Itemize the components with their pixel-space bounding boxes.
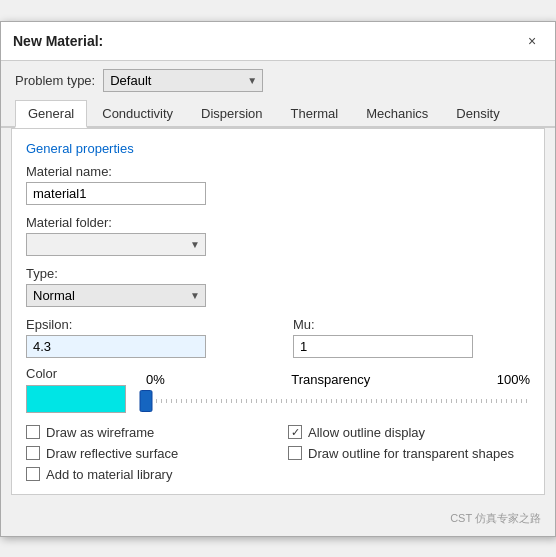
checkbox-reflective[interactable]: Draw reflective surface <box>26 446 268 461</box>
checkbox-transparent-outline-label: Draw outline for transparent shapes <box>308 446 514 461</box>
material-name-group: Material name: <box>26 164 530 205</box>
problem-type-dropdown-wrapper[interactable]: Default Lossy Metal Dielectric ▼ <box>103 69 263 92</box>
material-name-input[interactable] <box>26 182 206 205</box>
checkbox-add-library-label: Add to material library <box>46 467 172 482</box>
checkbox-outline-box[interactable] <box>288 425 302 439</box>
tabs-bar: General Conductivity Dispersion Thermal … <box>1 100 555 128</box>
mu-group: Mu: <box>293 317 530 358</box>
tab-density[interactable]: Density <box>443 100 512 128</box>
tab-mechanics[interactable]: Mechanics <box>353 100 441 128</box>
checkboxes-area: Draw as wireframe Allow outline display … <box>26 425 530 482</box>
problem-type-row: Problem type: Default Lossy Metal Dielec… <box>1 61 555 100</box>
material-name-label: Material name: <box>26 164 530 179</box>
dialog-title: New Material: <box>13 33 103 49</box>
checkbox-add-library-box[interactable] <box>26 467 40 481</box>
checkbox-reflective-box[interactable] <box>26 446 40 460</box>
tab-thermal[interactable]: Thermal <box>277 100 351 128</box>
pct100-top: 100% <box>497 372 530 387</box>
bottom-row: CST 仿真专家之路 <box>1 505 555 536</box>
slider-area[interactable] <box>146 389 530 413</box>
transparency-mid-label: Transparency <box>291 372 370 387</box>
checkbox-wireframe[interactable]: Draw as wireframe <box>26 425 268 440</box>
new-material-dialog: New Material: × Problem type: Default Lo… <box>0 21 556 537</box>
close-button[interactable]: × <box>521 30 543 52</box>
color-section: Color 0% Transparency 100% <box>26 366 530 413</box>
epsilon-label: Epsilon: <box>26 317 263 332</box>
content-area: General properties Material name: Materi… <box>11 128 545 495</box>
tab-general[interactable]: General <box>15 100 87 128</box>
checkbox-reflective-label: Draw reflective surface <box>46 446 178 461</box>
mu-input[interactable] <box>293 335 473 358</box>
type-dropdown-wrapper[interactable]: Normal Lossy Metal Dielectric PEC ▼ <box>26 284 206 307</box>
checkbox-outline[interactable]: Allow outline display <box>288 425 530 440</box>
checkbox-add-library[interactable]: Add to material library <box>26 467 268 482</box>
type-label: Type: <box>26 266 530 281</box>
epsilon-mu-row: Epsilon: Mu: <box>26 317 530 358</box>
watermark-text: CST 仿真专家之路 <box>450 511 541 526</box>
mu-label: Mu: <box>293 317 530 332</box>
color-swatch2[interactable] <box>26 385 126 413</box>
section-label: General properties <box>26 141 530 156</box>
checkbox-transparent-outline-box[interactable] <box>288 446 302 460</box>
checkbox-transparent-outline[interactable]: Draw outline for transparent shapes <box>288 446 530 461</box>
color-label2: Color <box>26 366 126 381</box>
checkbox-wireframe-label: Draw as wireframe <box>46 425 154 440</box>
tab-dispersion[interactable]: Dispersion <box>188 100 275 128</box>
epsilon-input[interactable] <box>26 335 206 358</box>
pct0-top: 0% <box>146 372 165 387</box>
problem-type-label: Problem type: <box>15 73 95 88</box>
problem-type-select[interactable]: Default Lossy Metal Dielectric <box>103 69 263 92</box>
type-select[interactable]: Normal Lossy Metal Dielectric PEC <box>26 284 206 307</box>
type-group: Type: Normal Lossy Metal Dielectric PEC … <box>26 266 530 307</box>
checkbox-outline-label: Allow outline display <box>308 425 425 440</box>
tab-conductivity[interactable]: Conductivity <box>89 100 186 128</box>
material-folder-select[interactable] <box>26 233 206 256</box>
epsilon-group: Epsilon: <box>26 317 263 358</box>
title-bar: New Material: × <box>1 22 555 61</box>
material-folder-group: Material folder: ▼ <box>26 215 530 256</box>
thumb[interactable] <box>140 390 153 412</box>
material-folder-label: Material folder: <box>26 215 530 230</box>
material-folder-dropdown-wrapper[interactable]: ▼ <box>26 233 206 256</box>
track <box>146 399 530 403</box>
checkbox-wireframe-box[interactable] <box>26 425 40 439</box>
